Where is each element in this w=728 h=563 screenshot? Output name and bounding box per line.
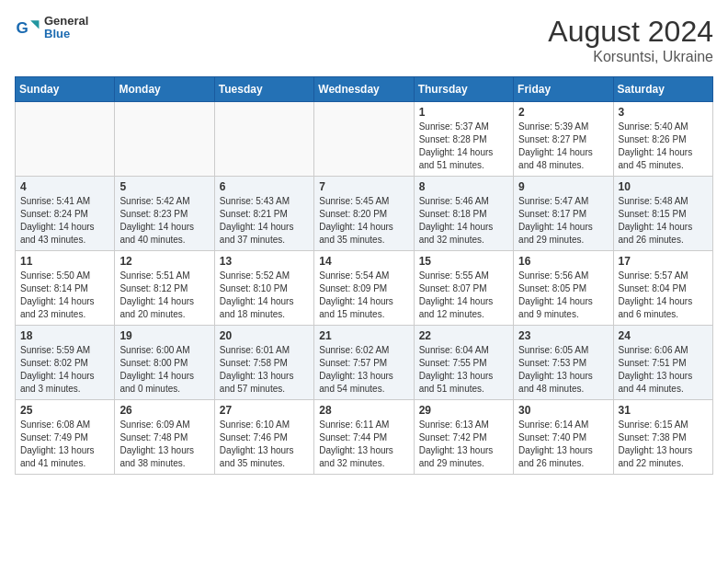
day-info: Sunrise: 5:48 AM Sunset: 8:15 PM Dayligh…: [619, 195, 708, 247]
day-number: 29: [419, 404, 508, 417]
day-info: Sunrise: 6:06 AM Sunset: 7:51 PM Dayligh…: [619, 344, 708, 396]
day-number: 19: [119, 329, 209, 342]
day-info: Sunrise: 5:54 AM Sunset: 8:09 PM Dayligh…: [319, 270, 408, 321]
svg-marker-1: [30, 21, 39, 29]
calendar-cell: 30Sunrise: 6:14 AM Sunset: 7:40 PM Dayli…: [514, 400, 613, 475]
calendar-week-row: 18Sunrise: 5:59 AM Sunset: 8:02 PM Dayli…: [16, 326, 713, 400]
day-info: Sunrise: 5:45 AM Sunset: 8:20 PM Dayligh…: [319, 195, 408, 247]
calendar-cell: 26Sunrise: 6:09 AM Sunset: 7:48 PM Dayli…: [115, 400, 214, 475]
calendar-cell: 27Sunrise: 6:10 AM Sunset: 7:46 PM Dayli…: [214, 400, 313, 475]
day-number: 25: [20, 404, 109, 417]
calendar-cell: 24Sunrise: 6:06 AM Sunset: 7:51 PM Dayli…: [613, 326, 712, 400]
calendar-header-friday: Friday: [514, 77, 613, 102]
calendar-cell: 4Sunrise: 5:41 AM Sunset: 8:24 PM Daylig…: [16, 177, 115, 251]
day-number: 9: [518, 180, 608, 193]
calendar-header-sunday: Sunday: [16, 77, 115, 102]
day-info: Sunrise: 6:01 AM Sunset: 7:58 PM Dayligh…: [220, 344, 309, 396]
day-number: 6: [220, 180, 309, 193]
title-block: August 2024 Korsuntsi, Ukraine: [548, 15, 713, 65]
calendar-cell: 21Sunrise: 6:02 AM Sunset: 7:57 PM Dayli…: [314, 326, 414, 400]
day-number: 23: [518, 329, 608, 342]
day-info: Sunrise: 6:13 AM Sunset: 7:42 PM Dayligh…: [419, 419, 508, 470]
logo-blue: Blue: [44, 28, 88, 40]
day-info: Sunrise: 5:46 AM Sunset: 8:18 PM Dayligh…: [419, 195, 508, 247]
calendar-cell: 8Sunrise: 5:46 AM Sunset: 8:18 PM Daylig…: [414, 177, 513, 251]
calendar-cell: 13Sunrise: 5:52 AM Sunset: 8:10 PM Dayli…: [214, 251, 313, 326]
day-info: Sunrise: 5:39 AM Sunset: 8:27 PM Dayligh…: [518, 121, 608, 172]
day-number: 18: [20, 329, 109, 342]
day-info: Sunrise: 5:40 AM Sunset: 8:26 PM Dayligh…: [619, 121, 708, 172]
calendar-header-tuesday: Tuesday: [214, 77, 313, 102]
day-info: Sunrise: 6:04 AM Sunset: 7:55 PM Dayligh…: [419, 344, 508, 396]
day-number: 14: [319, 255, 408, 268]
day-info: Sunrise: 6:11 AM Sunset: 7:44 PM Dayligh…: [319, 419, 408, 470]
calendar-cell: [16, 102, 115, 177]
day-info: Sunrise: 5:51 AM Sunset: 8:12 PM Dayligh…: [119, 270, 209, 321]
logo-general: General: [44, 15, 88, 28]
day-number: 2: [518, 106, 608, 119]
day-info: Sunrise: 6:14 AM Sunset: 7:40 PM Dayligh…: [518, 419, 608, 470]
day-number: 15: [419, 255, 508, 268]
day-info: Sunrise: 5:50 AM Sunset: 8:14 PM Dayligh…: [20, 270, 109, 321]
day-number: 20: [220, 329, 309, 342]
calendar-header-wednesday: Wednesday: [314, 77, 414, 102]
day-info: Sunrise: 5:56 AM Sunset: 8:05 PM Dayligh…: [518, 270, 608, 321]
calendar-week-row: 11Sunrise: 5:50 AM Sunset: 8:14 PM Dayli…: [16, 251, 713, 326]
calendar-table: SundayMondayTuesdayWednesdayThursdayFrid…: [15, 76, 713, 475]
day-number: 24: [619, 329, 708, 342]
day-info: Sunrise: 6:09 AM Sunset: 7:48 PM Dayligh…: [119, 419, 209, 470]
day-number: 8: [419, 180, 508, 193]
day-info: Sunrise: 6:02 AM Sunset: 7:57 PM Dayligh…: [319, 344, 408, 396]
day-number: 22: [419, 329, 508, 342]
day-info: Sunrise: 6:00 AM Sunset: 8:00 PM Dayligh…: [119, 344, 209, 396]
day-number: 16: [518, 255, 608, 268]
day-number: 27: [220, 404, 309, 417]
calendar-week-row: 1Sunrise: 5:37 AM Sunset: 8:28 PM Daylig…: [16, 102, 713, 177]
calendar-header-monday: Monday: [115, 77, 214, 102]
logo-text: General Blue: [44, 15, 88, 41]
day-info: Sunrise: 6:10 AM Sunset: 7:46 PM Dayligh…: [220, 419, 309, 470]
day-number: 28: [319, 404, 408, 417]
day-number: 7: [319, 180, 408, 193]
day-info: Sunrise: 5:57 AM Sunset: 8:04 PM Dayligh…: [619, 270, 708, 321]
calendar-header-row: SundayMondayTuesdayWednesdayThursdayFrid…: [16, 77, 713, 102]
day-info: Sunrise: 5:52 AM Sunset: 8:10 PM Dayligh…: [220, 270, 309, 321]
day-info: Sunrise: 5:41 AM Sunset: 8:24 PM Dayligh…: [20, 195, 109, 247]
calendar-cell: [115, 102, 214, 177]
day-number: 17: [619, 255, 708, 268]
day-info: Sunrise: 6:15 AM Sunset: 7:38 PM Dayligh…: [619, 419, 708, 470]
calendar-cell: [214, 102, 313, 177]
month-year-title: August 2024: [548, 15, 713, 49]
day-info: Sunrise: 5:47 AM Sunset: 8:17 PM Dayligh…: [518, 195, 608, 247]
calendar-cell: [314, 102, 414, 177]
day-number: 13: [220, 255, 309, 268]
day-number: 21: [319, 329, 408, 342]
calendar-cell: 22Sunrise: 6:04 AM Sunset: 7:55 PM Dayli…: [414, 326, 513, 400]
day-number: 5: [119, 180, 209, 193]
day-info: Sunrise: 5:37 AM Sunset: 8:28 PM Dayligh…: [419, 121, 508, 172]
calendar-cell: 28Sunrise: 6:11 AM Sunset: 7:44 PM Dayli…: [314, 400, 414, 475]
day-info: Sunrise: 5:42 AM Sunset: 8:23 PM Dayligh…: [119, 195, 209, 247]
location-subtitle: Korsuntsi, Ukraine: [548, 49, 713, 65]
calendar-cell: 16Sunrise: 5:56 AM Sunset: 8:05 PM Dayli…: [514, 251, 613, 326]
calendar-cell: 2Sunrise: 5:39 AM Sunset: 8:27 PM Daylig…: [514, 102, 613, 177]
calendar-cell: 6Sunrise: 5:43 AM Sunset: 8:21 PM Daylig…: [214, 177, 313, 251]
day-info: Sunrise: 5:55 AM Sunset: 8:07 PM Dayligh…: [419, 270, 508, 321]
calendar-cell: 3Sunrise: 5:40 AM Sunset: 8:26 PM Daylig…: [613, 102, 712, 177]
day-number: 31: [619, 404, 708, 417]
calendar-cell: 17Sunrise: 5:57 AM Sunset: 8:04 PM Dayli…: [613, 251, 712, 326]
logo: G General Blue: [15, 15, 88, 41]
day-number: 10: [619, 180, 708, 193]
calendar-cell: 31Sunrise: 6:15 AM Sunset: 7:38 PM Dayli…: [613, 400, 712, 475]
day-number: 12: [119, 255, 209, 268]
page-header: G General Blue August 2024 Korsuntsi, Uk…: [15, 15, 713, 65]
logo-icon: G: [15, 15, 40, 40]
calendar-cell: 10Sunrise: 5:48 AM Sunset: 8:15 PM Dayli…: [613, 177, 712, 251]
calendar-cell: 12Sunrise: 5:51 AM Sunset: 8:12 PM Dayli…: [115, 251, 214, 326]
calendar-cell: 11Sunrise: 5:50 AM Sunset: 8:14 PM Dayli…: [16, 251, 115, 326]
calendar-cell: 14Sunrise: 5:54 AM Sunset: 8:09 PM Dayli…: [314, 251, 414, 326]
day-number: 11: [20, 255, 109, 268]
calendar-cell: 5Sunrise: 5:42 AM Sunset: 8:23 PM Daylig…: [115, 177, 214, 251]
calendar-header-saturday: Saturday: [613, 77, 712, 102]
calendar-cell: 9Sunrise: 5:47 AM Sunset: 8:17 PM Daylig…: [514, 177, 613, 251]
